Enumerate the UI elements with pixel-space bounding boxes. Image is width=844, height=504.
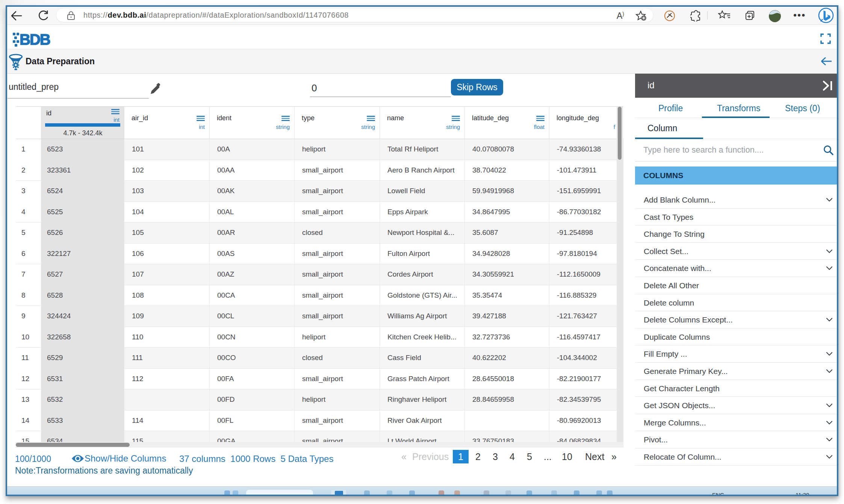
svg-text:BDB: BDB bbox=[20, 31, 50, 48]
